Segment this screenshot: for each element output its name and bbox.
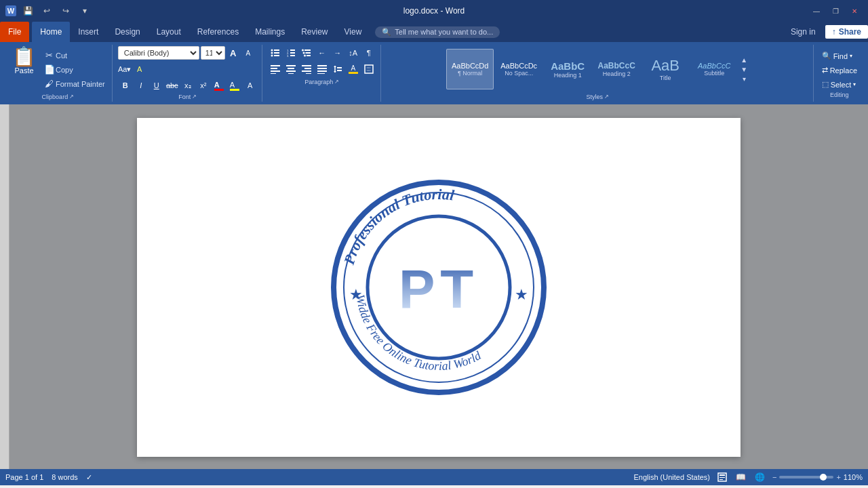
tab-insert[interactable]: Insert [70,22,106,42]
restore-button[interactable]: ❐ [827,3,844,19]
svg-point-2 [271,52,273,54]
align-right-button[interactable] [299,62,314,76]
styles-scroll-buttons: ▲ ▼ ▾ [739,55,749,83]
style-normal[interactable]: AaBbCcDd ¶ Normal [446,49,494,89]
text-effects-button[interactable]: A [243,79,258,92]
find-label: Find [833,52,848,60]
tab-file[interactable]: File [0,22,29,42]
svg-text:PT: PT [399,259,479,319]
bold-button[interactable]: B [118,79,133,92]
share-button[interactable]: ↑ Share [825,25,868,39]
svg-rect-17 [307,55,311,56]
undo-button[interactable]: ↩ [39,3,54,18]
minimize-button[interactable]: — [808,3,825,19]
select-button[interactable]: ⬚ Select ▾ [819,79,860,90]
cut-button[interactable]: ✂ Cut [41,49,108,62]
ribbon-content: 📋 Paste ✂ Cut 📄 Copy 🖌 Format Painter [0,42,868,104]
font-grow-button[interactable]: A [226,46,240,60]
zoom-track[interactable] [779,476,833,479]
find-button[interactable]: 🔍 Find ▾ [819,50,860,62]
paragraph-expand-icon[interactable]: ↗ [334,79,339,85]
style-h1-label: Heading 1 [554,72,582,79]
zoom-in-icon[interactable]: + [836,473,840,481]
border-button[interactable] [361,62,376,76]
shading-button[interactable]: A [346,62,361,76]
font-shrink-button[interactable]: A [241,46,255,60]
sign-in-button[interactable]: Sign in [787,26,820,38]
style-h2-label: Heading 2 [603,70,631,77]
subscript-button[interactable]: x₂ [180,79,195,92]
style-h1-preview: AaBbC [551,60,585,72]
zoom-thumb[interactable] [820,474,827,481]
underline-button[interactable]: U [149,79,164,92]
format-painter-button[interactable]: 🖌 Format Painter [41,77,108,90]
customize-qat-button[interactable]: ▾ [77,3,92,18]
language-indicator[interactable]: English (United States) [633,473,710,481]
bullets-button[interactable] [268,46,283,60]
tab-references[interactable]: References [189,22,247,42]
tab-home[interactable]: Home [32,22,70,42]
word-count: 8 words [52,473,78,481]
numbering-button[interactable]: 1.2.3. [283,46,298,60]
replace-button[interactable]: ⇄ Replace [819,64,860,76]
style-title[interactable]: AaB Title [642,49,689,89]
read-mode-button[interactable]: 📖 [734,470,748,484]
clipboard-content: 📋 Paste ✂ Cut 📄 Copy 🖌 Format Painter [8,46,108,92]
tell-me-bar[interactable]: 🔍 Tell me what you want to do... [375,26,500,38]
style-heading1[interactable]: AaBbC Heading 1 [544,49,591,89]
zoom-control[interactable]: − + 110% [772,473,863,481]
superscript-button[interactable]: x² [196,79,211,92]
print-layout-view-button[interactable] [715,470,729,484]
font-color-button[interactable]: A [212,79,226,92]
styles-expand[interactable]: ▾ [739,74,749,83]
format-painter-icon: 🖌 [44,79,54,89]
svg-rect-1 [274,49,279,51]
tab-view[interactable]: View [336,22,370,42]
paste-button[interactable]: 📋 Paste [8,46,40,76]
style-heading2[interactable]: AaBbCcC Heading 2 [593,49,640,89]
highlight-button[interactable]: A [227,79,242,92]
svg-rect-37 [365,65,373,73]
styles-expand-icon[interactable]: ↗ [604,94,609,100]
zoom-out-icon[interactable]: − [772,473,776,481]
replace-label: Replace [830,66,857,75]
font-expand-icon[interactable]: ↗ [192,94,197,100]
style-no-spacing[interactable]: AaBbCcDc No Spac... [495,49,542,89]
clear-formatting-button[interactable]: A [133,62,146,76]
font-size-select[interactable]: 11 [201,46,225,60]
font-family-select[interactable]: Calibri (Body) [118,46,199,60]
styles-scroll-up[interactable]: ▲ [739,55,749,64]
web-layout-button[interactable]: 🌐 [753,470,767,484]
line-spacing-button[interactable] [330,62,345,76]
tab-review[interactable]: Review [293,22,336,42]
strikethrough-button[interactable]: abc [165,79,180,92]
show-hide-button[interactable]: ¶ [361,46,376,60]
document-scroll[interactable]: Professional Tutorial ★ ★ Widde Free Onl… [9,104,868,469]
svg-rect-23 [288,68,294,69]
align-left-button[interactable] [268,62,283,76]
styles-scroll-down[interactable]: ▼ [739,64,749,74]
svg-rect-28 [302,70,311,72]
redo-button[interactable]: ↪ [58,3,73,18]
svg-rect-33 [317,73,325,74]
styles-group: AaBbCcDd ¶ Normal AaBbCcDc No Spac... Aa… [382,45,814,102]
copy-button[interactable]: 📄 Copy [41,63,108,76]
save-button[interactable]: 💾 [20,3,35,18]
svg-rect-35 [337,67,342,68]
tab-mailings[interactable]: Mailings [247,22,293,42]
sort-button[interactable]: ↕A [346,46,361,60]
multilevel-button[interactable] [299,46,314,60]
italic-button[interactable]: I [134,79,149,92]
close-button[interactable]: ✕ [846,3,863,19]
proofing-icon[interactable]: ✓ [86,473,92,482]
font-case-button[interactable]: Aa▾ [118,62,132,76]
decrease-indent-button[interactable]: ← [315,46,330,60]
style-subtitle[interactable]: AaBbCcC Subtitle [690,49,738,89]
clipboard-expand-icon[interactable]: ↗ [69,94,74,100]
increase-indent-button[interactable]: → [330,46,345,60]
justify-button[interactable] [315,62,330,76]
svg-rect-22 [286,65,296,66]
tab-design[interactable]: Design [106,22,148,42]
tab-layout[interactable]: Layout [149,22,189,42]
align-center-button[interactable] [283,62,298,76]
